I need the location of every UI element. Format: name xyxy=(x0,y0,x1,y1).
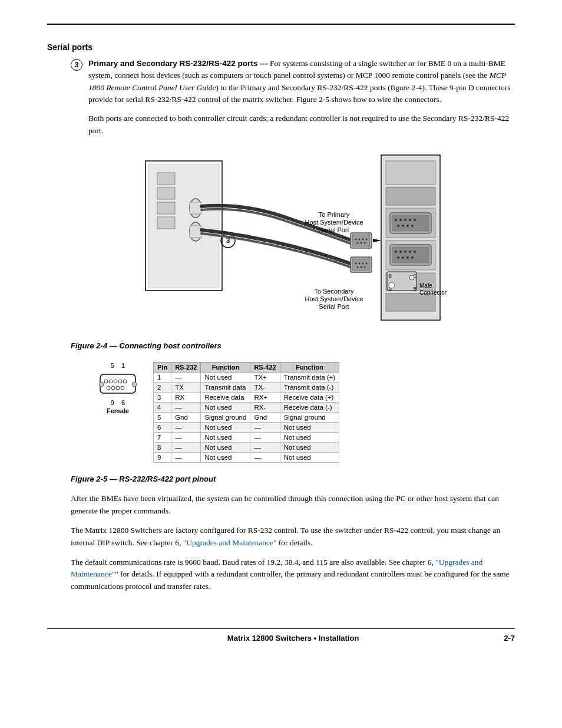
svg-point-49 xyxy=(397,225,399,227)
pinout-cell-1-2: Transmit data xyxy=(201,382,250,392)
body-text-4-part2: " for details. If equipped with a redund… xyxy=(71,569,510,591)
svg-point-20 xyxy=(364,242,366,243)
svg-point-84 xyxy=(116,386,120,390)
svg-point-14 xyxy=(355,238,357,240)
svg-point-83 xyxy=(111,386,115,390)
svg-rect-5 xyxy=(157,217,175,229)
item-text-primary-secondary-ports: Primary and Secondary RS-232/RS-422 port… xyxy=(88,58,515,106)
figure-5-caption: Figure 2-5 — RS-232/RS-422 port pinout xyxy=(71,475,515,483)
pinout-cell-5-3: — xyxy=(250,422,280,432)
svg-point-26 xyxy=(362,262,364,264)
pinout-cell-2-4: Receive data (+) xyxy=(280,392,339,402)
svg-rect-39 xyxy=(386,161,435,185)
svg-rect-2 xyxy=(157,173,175,185)
svg-point-46 xyxy=(404,219,406,221)
svg-text:Host System/Device: Host System/Device xyxy=(305,295,363,302)
numbered-item-3: 3 Primary and Secondary RS-232/RS-422 po… xyxy=(71,58,515,106)
body-text-4-part1: The default communications rate is 9600 … xyxy=(71,558,435,566)
svg-point-81 xyxy=(123,380,127,383)
svg-point-27 xyxy=(366,262,368,264)
pinout-cell-8-1: — xyxy=(171,452,201,462)
svg-point-29 xyxy=(361,266,362,268)
svg-point-16 xyxy=(362,238,364,240)
svg-point-63 xyxy=(406,256,409,259)
pinout-cell-3-3: RX- xyxy=(250,402,280,412)
body-text-1: Both ports are connected to both control… xyxy=(88,113,515,137)
link-upgrades-1[interactable]: "Upgrades and Maintenance" xyxy=(183,538,277,547)
svg-point-74 xyxy=(389,282,395,288)
pinout-cell-4-3: Gnd xyxy=(250,412,280,422)
body-text-2: After the BMEs have been virtualized, th… xyxy=(71,493,515,518)
svg-rect-9 xyxy=(190,226,201,238)
pinout-cell-0-4: Transmit data (+) xyxy=(280,372,339,382)
pinout-cell-6-1: — xyxy=(171,432,201,442)
pinout-row-7: 8—Not used—Not used xyxy=(154,442,339,452)
svg-point-82 xyxy=(107,386,110,390)
content-block: 3 Primary and Secondary RS-232/RS-422 po… xyxy=(71,58,515,593)
pinout-row-8: 9—Not used—Not used xyxy=(154,452,339,462)
svg-point-58 xyxy=(404,251,406,253)
svg-point-60 xyxy=(414,251,416,253)
pinout-cell-5-1: — xyxy=(171,422,201,432)
footer-page: 2-7 xyxy=(504,634,515,643)
pinout-row-2: 3RXReceive dataRX+Receive data (+) xyxy=(154,392,339,402)
svg-point-87 xyxy=(132,382,137,387)
pinout-table: Pin RS-232 Function RS-422 Function 1—No… xyxy=(153,362,339,463)
pinout-cell-7-1: — xyxy=(171,442,201,452)
pinout-cell-2-3: RX+ xyxy=(250,392,280,402)
figure-4-area: 3 xyxy=(71,149,515,350)
pinout-cell-0-0: 1 xyxy=(154,372,171,382)
pinout-cell-6-4: Not used xyxy=(280,432,339,442)
col-rs232: RS-232 xyxy=(171,362,201,372)
pinout-cell-7-2: Not used xyxy=(201,442,250,452)
figure-4-caption: Figure 2-4 — Connecting host controllers xyxy=(71,341,515,350)
svg-point-50 xyxy=(402,225,404,227)
connector-bottom-label: 9 6 xyxy=(111,399,125,406)
svg-point-51 xyxy=(406,225,409,227)
svg-point-79 xyxy=(114,380,117,383)
svg-point-15 xyxy=(359,238,361,240)
item-bold-label: Primary and Secondary RS-232/RS-422 port… xyxy=(88,59,268,68)
svg-text:6: 6 xyxy=(389,273,392,279)
pinout-cell-6-2: Not used xyxy=(201,432,250,442)
svg-marker-21 xyxy=(373,239,381,242)
svg-rect-13 xyxy=(352,235,370,246)
pinout-cell-4-1: Gnd xyxy=(171,412,201,422)
figure-4-svg: 3 xyxy=(128,149,458,338)
svg-point-28 xyxy=(357,266,359,268)
pinout-cell-7-3: — xyxy=(250,442,280,452)
svg-rect-4 xyxy=(157,202,175,214)
svg-text:To Primary: To Primary xyxy=(319,211,350,218)
pinout-cell-1-3: TX- xyxy=(250,382,280,392)
body-text-3: The Matrix 12800 Switchers are factory c… xyxy=(71,525,515,549)
pinout-cell-5-2: Not used xyxy=(201,422,250,432)
pinout-row-5: 6—Not used—Not used xyxy=(154,422,339,432)
col-func2: Function xyxy=(280,362,339,372)
svg-rect-23 xyxy=(352,259,370,271)
female-connector-svg xyxy=(97,371,138,398)
pinout-cell-4-4: Signal ground xyxy=(280,412,339,422)
svg-rect-3 xyxy=(157,187,175,199)
figure-5-area: 5 1 xyxy=(94,362,515,463)
svg-point-78 xyxy=(109,380,113,383)
svg-point-18 xyxy=(357,242,359,243)
pinout-row-1: 2TXTransmit dataTX-Transmit data (-) xyxy=(154,382,339,392)
svg-rect-76 xyxy=(100,374,135,393)
svg-point-64 xyxy=(411,256,414,259)
pinout-cell-0-3: TX+ xyxy=(250,372,280,382)
svg-point-59 xyxy=(409,251,411,253)
svg-rect-7 xyxy=(190,202,201,214)
pinout-cell-0-1: — xyxy=(171,372,201,382)
svg-point-86 xyxy=(99,382,104,387)
svg-point-25 xyxy=(359,262,361,264)
svg-rect-55 xyxy=(392,247,429,263)
svg-point-77 xyxy=(104,380,108,383)
svg-rect-66 xyxy=(386,294,435,311)
pinout-cell-1-1: TX xyxy=(171,382,201,392)
female-connector-diagram: 5 1 xyxy=(94,362,141,414)
svg-point-30 xyxy=(364,266,366,268)
pinout-cell-2-2: Receive data xyxy=(201,392,250,402)
pinout-cell-3-2: Not used xyxy=(201,402,250,412)
pinout-cell-8-3: — xyxy=(250,452,280,462)
pinout-cell-7-4: Not used xyxy=(280,442,339,452)
